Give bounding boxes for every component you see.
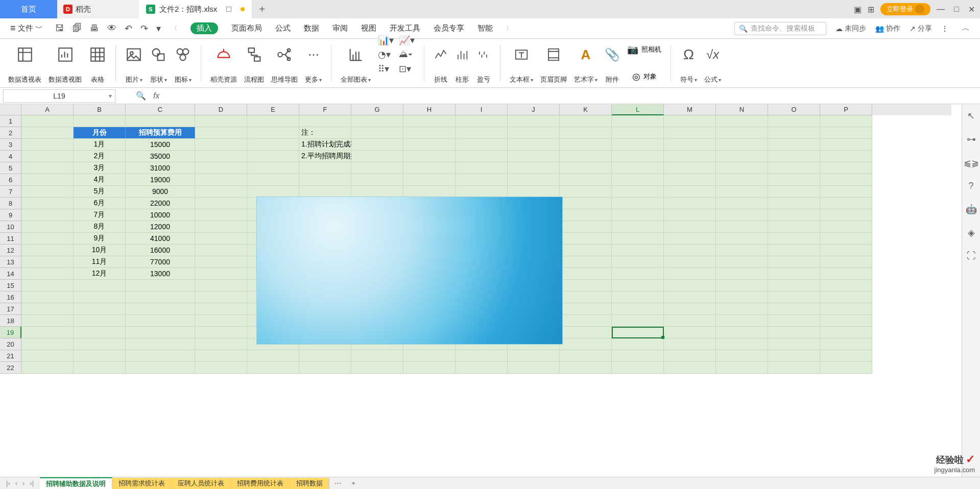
- cell-E7[interactable]: [247, 186, 299, 198]
- cell-N4[interactable]: [716, 151, 768, 162]
- cell-A14[interactable]: [21, 268, 74, 280]
- cell-D19[interactable]: [195, 327, 247, 338]
- row-header-1[interactable]: 1: [0, 115, 21, 127]
- cell-F21[interactable]: [299, 350, 351, 362]
- camera-icon[interactable]: 📷: [627, 44, 638, 55]
- cell-O8[interactable]: [768, 198, 820, 209]
- cell-C9[interactable]: 10000: [126, 209, 195, 221]
- cell-I1[interactable]: [456, 115, 508, 127]
- cell-B1[interactable]: [74, 115, 126, 127]
- cell-L13[interactable]: [612, 256, 664, 268]
- chart-placeholder[interactable]: [256, 197, 563, 345]
- cell-B22[interactable]: [74, 362, 126, 374]
- cell-A1[interactable]: [21, 115, 74, 127]
- cell-N6[interactable]: [716, 174, 768, 186]
- cell-A5[interactable]: [21, 162, 74, 174]
- cell-I22[interactable]: [456, 362, 508, 374]
- chevron-down-icon[interactable]: ▾: [109, 92, 112, 100]
- ribbon-tab-devtools[interactable]: 开发工具: [390, 23, 420, 33]
- cell-B5[interactable]: 3月: [74, 162, 126, 174]
- cell-G5[interactable]: [351, 162, 403, 174]
- all-charts-button[interactable]: 全部图表: [341, 42, 371, 87]
- col-header-H[interactable]: H: [403, 104, 456, 115]
- cell-O6[interactable]: [768, 174, 820, 186]
- ribbon-tab-smart[interactable]: 智能: [477, 23, 493, 33]
- cell-C15[interactable]: [126, 280, 195, 291]
- cell-O1[interactable]: [768, 115, 820, 127]
- sheet-tab-active[interactable]: 招聘辅助数据及说明: [40, 477, 112, 490]
- cell-C11[interactable]: 41000: [126, 233, 195, 244]
- row-header-3[interactable]: 3: [0, 139, 21, 151]
- cell-M13[interactable]: [664, 256, 716, 268]
- cell-N3[interactable]: [716, 139, 768, 151]
- cell-A12[interactable]: [21, 244, 74, 256]
- cell-E1[interactable]: [247, 115, 299, 127]
- cell-N13[interactable]: [716, 256, 768, 268]
- cell-L22[interactable]: [612, 362, 664, 374]
- login-button[interactable]: 立即登录: [880, 3, 930, 15]
- cell-O5[interactable]: [768, 162, 820, 174]
- cell-C2[interactable]: 招聘预算费用: [126, 127, 195, 139]
- cell-L16[interactable]: [612, 291, 664, 303]
- ribbon-tab-view[interactable]: 视图: [361, 23, 376, 33]
- cell-O15[interactable]: [768, 280, 820, 291]
- area-chart-icon[interactable]: ⛰▾: [399, 49, 415, 60]
- cell-O4[interactable]: [768, 151, 820, 162]
- cell-N5[interactable]: [716, 162, 768, 174]
- tabs-right-arrow[interactable]: 〉: [506, 24, 512, 33]
- cancel-formula-icon[interactable]: 🔍: [136, 91, 146, 101]
- cell-C22[interactable]: [126, 362, 195, 374]
- cell-B20[interactable]: [74, 338, 126, 350]
- cell-N18[interactable]: [716, 315, 768, 327]
- properties-icon[interactable]: ⫹⫺: [964, 157, 979, 168]
- cell-P13[interactable]: [820, 256, 872, 268]
- ribbon-tab-formula[interactable]: 公式: [275, 23, 291, 33]
- cell-C4[interactable]: 35000: [126, 151, 195, 162]
- cell-D13[interactable]: [195, 256, 247, 268]
- cell-E2[interactable]: [247, 127, 299, 139]
- row-header-15[interactable]: 15: [0, 280, 21, 291]
- cell-C14[interactable]: 13000: [126, 268, 195, 280]
- cell-K15[interactable]: [560, 280, 612, 291]
- cell-M17[interactable]: [664, 303, 716, 315]
- cell-C16[interactable]: [126, 291, 195, 303]
- scatter-chart-icon[interactable]: ⠿▾: [378, 63, 394, 75]
- cell-K5[interactable]: [560, 162, 612, 174]
- row-header-14[interactable]: 14: [0, 268, 21, 280]
- apps-icon[interactable]: ⊞: [868, 5, 874, 14]
- cell-M14[interactable]: [664, 268, 716, 280]
- cell-B8[interactable]: 6月: [74, 198, 126, 209]
- row-header-13[interactable]: 13: [0, 256, 21, 268]
- wordart-button[interactable]: A艺术字: [574, 42, 597, 87]
- name-box[interactable]: L19 ▾: [3, 89, 115, 103]
- cell-O20[interactable]: [768, 338, 820, 350]
- cell-M5[interactable]: [664, 162, 716, 174]
- row-header-12[interactable]: 12: [0, 244, 21, 256]
- cell-C19[interactable]: [126, 327, 195, 338]
- cell-N9[interactable]: [716, 209, 768, 221]
- cell-B15[interactable]: [74, 280, 126, 291]
- cell-H6[interactable]: [403, 174, 456, 186]
- cell-E21[interactable]: [247, 350, 299, 362]
- cell-H7[interactable]: [403, 186, 456, 198]
- col-header-C[interactable]: C: [126, 104, 195, 115]
- col-header-K[interactable]: K: [560, 104, 612, 115]
- row-header-17[interactable]: 17: [0, 303, 21, 315]
- cell-B4[interactable]: 2月: [74, 151, 126, 162]
- cell-K13[interactable]: [560, 256, 612, 268]
- cell-L20[interactable]: [612, 338, 664, 350]
- cell-O18[interactable]: [768, 315, 820, 327]
- cell-K3[interactable]: [560, 139, 612, 151]
- cell-P22[interactable]: [820, 362, 872, 374]
- cell-N12[interactable]: [716, 244, 768, 256]
- cell-H2[interactable]: [403, 127, 456, 139]
- cell-A22[interactable]: [21, 362, 74, 374]
- cell-D21[interactable]: [195, 350, 247, 362]
- cell-F5[interactable]: [299, 162, 351, 174]
- cell-I2[interactable]: [456, 127, 508, 139]
- cell-P3[interactable]: [820, 139, 872, 151]
- sparkline-column-button[interactable]: 柱形: [455, 42, 469, 87]
- cell-L19[interactable]: [612, 327, 664, 338]
- cell-O7[interactable]: [768, 186, 820, 198]
- cell-K14[interactable]: [560, 268, 612, 280]
